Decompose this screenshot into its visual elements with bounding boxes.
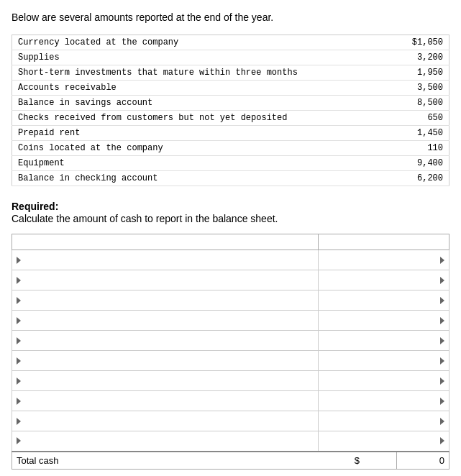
answer-row-label[interactable]: [12, 411, 319, 431]
answer-row-value[interactable]: [318, 331, 449, 351]
data-row-value: 3,500: [392, 81, 449, 96]
total-dollar-sign: $: [318, 452, 396, 470]
answer-row-value[interactable]: [318, 250, 449, 270]
row-value-triangle-icon: [440, 257, 444, 264]
data-row-value: 8,500: [392, 96, 449, 111]
data-row-value: 3,200: [392, 50, 449, 65]
answer-row-value[interactable]: [318, 290, 449, 311]
answer-row-value[interactable]: [318, 371, 449, 391]
data-table-row: Coins located at the company 110: [12, 141, 449, 156]
row-triangle-icon: [17, 357, 21, 365]
required-section: Required: Calculate the amount of cash t…: [12, 201, 449, 225]
answer-row-label[interactable]: [12, 270, 319, 290]
answer-row-value[interactable]: [318, 391, 449, 411]
data-row-label: Currency located at the company: [12, 35, 392, 50]
answer-row-label[interactable]: [12, 331, 319, 351]
row-triangle-icon: [17, 257, 21, 264]
answer-row-label[interactable]: [12, 351, 319, 371]
row-triangle-icon: [17, 277, 21, 284]
data-row-label: Balance in savings account: [12, 96, 392, 111]
answer-row-label[interactable]: [12, 311, 319, 331]
answer-table: Total cash $ 0: [12, 234, 449, 470]
data-row-label: Balance in checking account: [12, 171, 392, 186]
answer-row: [12, 431, 449, 452]
data-table-row: Equipment 9,400: [12, 156, 449, 171]
data-table-row: Accounts receivable 3,500: [12, 81, 449, 96]
answer-row-label[interactable]: [12, 391, 319, 411]
data-row-value: 6,200: [392, 171, 449, 186]
answer-row: [12, 391, 449, 411]
row-triangle-icon: [17, 297, 21, 304]
row-value-triangle-icon: [440, 418, 444, 425]
required-description: Calculate the amount of cash to report i…: [12, 213, 278, 224]
answer-row: [12, 250, 449, 270]
row-triangle-icon: [17, 437, 21, 444]
row-value-triangle-icon: [440, 277, 444, 284]
data-table-row: Short-term investments that mature withi…: [12, 65, 449, 81]
data-row-label: Accounts receivable: [12, 81, 392, 96]
data-table-row: Prepaid rent 1,450: [12, 126, 449, 141]
data-table-row: Currency located at the company $1,050: [12, 35, 449, 50]
row-triangle-icon: [17, 377, 21, 385]
answer-row-label[interactable]: [12, 250, 319, 270]
row-value-triangle-icon: [440, 437, 444, 444]
total-row: Total cash $ 0: [12, 452, 449, 470]
data-row-value: 9,400: [392, 156, 449, 171]
required-label: Required:: [12, 201, 58, 212]
data-row-value: 1,950: [392, 65, 449, 81]
total-value[interactable]: 0: [396, 452, 449, 470]
data-table: Currency located at the company $1,050 S…: [12, 35, 449, 186]
answer-row: [12, 331, 449, 351]
data-row-label: Equipment: [12, 156, 392, 171]
header-label-col: [12, 234, 319, 250]
answer-row-value[interactable]: [318, 431, 449, 452]
answer-row-value[interactable]: [318, 411, 449, 431]
answer-row: [12, 290, 449, 311]
intro-text: Below are several amounts reported at th…: [12, 12, 449, 23]
data-row-value: 650: [392, 111, 449, 126]
data-row-label: Coins located at the company: [12, 141, 392, 156]
row-triangle-icon: [17, 317, 21, 324]
row-value-triangle-icon: [440, 317, 444, 324]
answer-row: [12, 411, 449, 431]
answer-row-label[interactable]: [12, 371, 319, 391]
data-table-row: Checks received from customers but not y…: [12, 111, 449, 126]
answer-row-label[interactable]: [12, 290, 319, 311]
data-row-value: 110: [392, 141, 449, 156]
data-row-label: Prepaid rent: [12, 126, 392, 141]
answer-row: [12, 311, 449, 331]
data-row-label: Checks received from customers but not y…: [12, 111, 392, 126]
data-table-row: Balance in savings account 8,500: [12, 96, 449, 111]
data-row-value: 1,450: [392, 126, 449, 141]
answer-table-header: [12, 234, 449, 250]
row-triangle-icon: [17, 418, 21, 425]
answer-row: [12, 371, 449, 391]
answer-row: [12, 270, 449, 290]
row-value-triangle-icon: [440, 377, 444, 385]
data-row-label: Short-term investments that mature withi…: [12, 65, 392, 81]
row-value-triangle-icon: [440, 297, 444, 304]
answer-row: [12, 351, 449, 371]
data-row-value: $1,050: [392, 35, 449, 50]
answer-row-label[interactable]: [12, 431, 319, 452]
header-value-col: [318, 234, 449, 250]
answer-row-value[interactable]: [318, 311, 449, 331]
data-table-row: Supplies 3,200: [12, 50, 449, 65]
row-value-triangle-icon: [440, 337, 444, 344]
row-triangle-icon: [17, 337, 21, 344]
row-value-triangle-icon: [440, 398, 444, 405]
answer-row-value[interactable]: [318, 270, 449, 290]
answer-row-value[interactable]: [318, 351, 449, 371]
row-triangle-icon: [17, 398, 21, 405]
total-label: Total cash: [12, 452, 319, 470]
data-row-label: Supplies: [12, 50, 392, 65]
row-value-triangle-icon: [440, 357, 444, 365]
data-table-row: Balance in checking account 6,200: [12, 171, 449, 186]
